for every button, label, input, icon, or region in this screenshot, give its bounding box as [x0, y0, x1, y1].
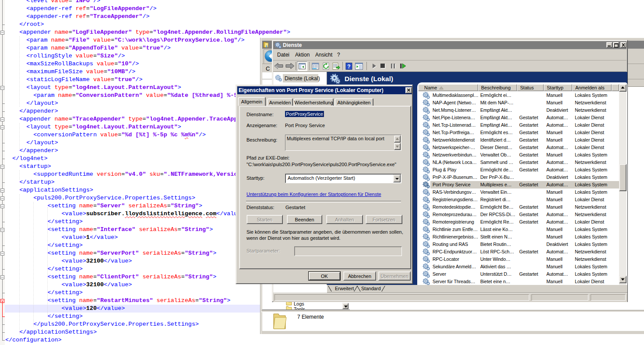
- svg-text:?: ?: [347, 64, 350, 70]
